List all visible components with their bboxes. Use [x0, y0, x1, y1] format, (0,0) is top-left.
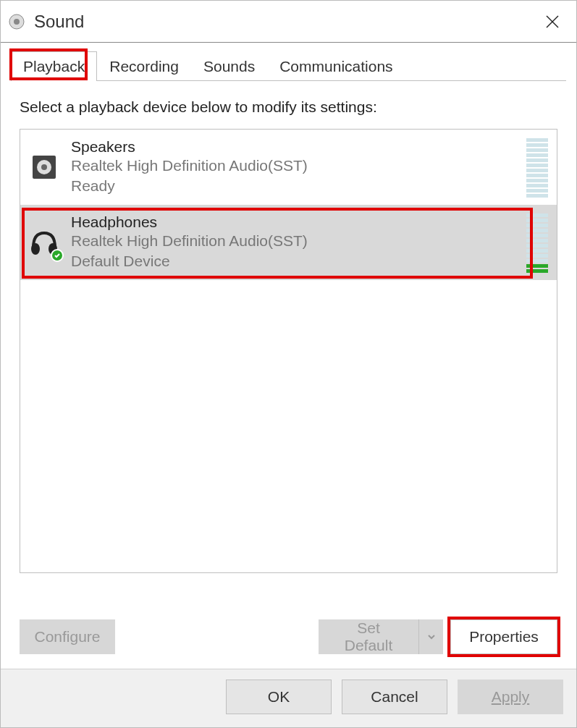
device-text: Speakers Realtek High Definition Audio(S…: [71, 138, 519, 197]
device-item-speakers[interactable]: Speakers Realtek High Definition Audio(S…: [20, 130, 557, 205]
device-driver: Realtek High Definition Audio(SST): [71, 156, 519, 176]
apply-button[interactable]: Apply: [458, 680, 563, 714]
close-button[interactable]: [534, 4, 570, 40]
configure-button[interactable]: Configure: [20, 619, 115, 654]
svg-point-6: [41, 164, 47, 170]
tab-label: Sounds: [203, 58, 255, 75]
tab-sounds[interactable]: Sounds: [191, 51, 267, 81]
window-title: Sound: [34, 12, 534, 32]
close-icon: [545, 14, 560, 29]
tab-label: Playback: [23, 58, 85, 75]
device-item-headphones[interactable]: Headphones Realtek High Definition Audio…: [20, 205, 557, 280]
device-text: Headphones Realtek High Definition Audio…: [71, 213, 519, 272]
tab-label: Recording: [109, 58, 179, 75]
instruction-text: Select a playback device below to modify…: [20, 98, 557, 116]
tab-communications[interactable]: Communications: [267, 51, 405, 81]
sound-icon: [7, 12, 27, 32]
properties-button[interactable]: Properties: [450, 619, 557, 654]
button-label: Apply: [492, 688, 530, 706]
button-label: Configure: [34, 628, 100, 646]
set-default-dropdown[interactable]: [418, 619, 443, 654]
device-status: Ready: [71, 176, 519, 196]
headphones-icon: [28, 226, 61, 259]
tab-recording[interactable]: Recording: [97, 51, 191, 81]
svg-point-7: [31, 243, 40, 255]
button-label: Cancel: [371, 688, 418, 706]
lower-button-row: Configure Set Default Properties: [1, 604, 576, 669]
button-label: Properties: [469, 628, 539, 646]
ok-button[interactable]: OK: [226, 680, 332, 714]
device-driver: Realtek High Definition Audio(SST): [71, 231, 519, 251]
device-name: Headphones: [71, 213, 519, 231]
speaker-icon: [28, 151, 61, 184]
tab-content: Select a playback device below to modify…: [1, 81, 576, 604]
dialog-button-row: OK Cancel Apply: [1, 669, 576, 727]
chevron-down-icon: [427, 632, 436, 641]
set-default-split-button[interactable]: Set Default: [319, 619, 443, 654]
button-label: Set Default: [332, 619, 405, 654]
cancel-button[interactable]: Cancel: [342, 680, 447, 714]
default-check-icon: [51, 249, 64, 262]
tab-bar: Playback Recording Sounds Communications: [1, 43, 576, 81]
device-list[interactable]: Speakers Realtek High Definition Audio(S…: [20, 129, 557, 573]
sound-dialog: Sound Playback Recording Sounds Communic…: [0, 0, 577, 728]
set-default-button[interactable]: Set Default: [319, 619, 418, 654]
tab-label: Communications: [279, 58, 392, 75]
volume-meter: [526, 212, 548, 273]
tab-playback[interactable]: Playback: [11, 51, 97, 81]
volume-meter: [526, 137, 548, 198]
title-bar: Sound: [1, 1, 576, 43]
device-status: Default Device: [71, 251, 519, 271]
device-name: Speakers: [71, 138, 519, 156]
button-label: OK: [268, 688, 290, 706]
svg-point-1: [14, 19, 20, 25]
